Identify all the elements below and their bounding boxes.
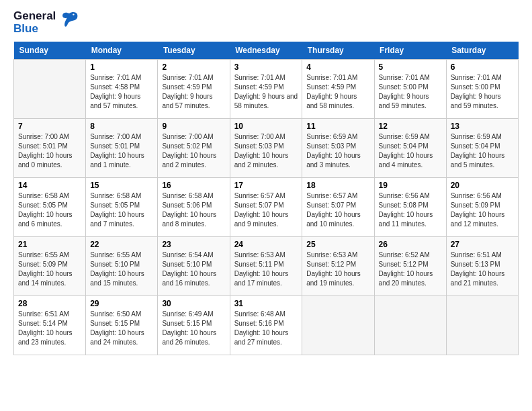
- sunset-text: Sunset: 4:59 PM: [234, 83, 284, 91]
- day-info: Sunrise: 6:59 AM Sunset: 5:04 PM Dayligh…: [379, 132, 442, 170]
- daylight-text: Daylight: 10 hours and 7 minutes.: [90, 211, 144, 228]
- daylight-text: Daylight: 10 hours and 6 minutes.: [18, 211, 73, 228]
- daylight-text: Daylight: 10 hours and 11 minutes.: [379, 211, 433, 228]
- daylight-text: Daylight: 10 hours and 23 minutes.: [18, 329, 73, 346]
- day-number: 4: [306, 62, 369, 72]
- day-number: 14: [18, 181, 81, 190]
- daylight-text: Daylight: 10 hours and 15 minutes.: [90, 270, 144, 287]
- sunrise-text: Sunrise: 6:55 AM: [18, 251, 69, 259]
- calendar-cell: 12 Sunrise: 6:59 AM Sunset: 5:04 PM Dayl…: [374, 119, 446, 178]
- day-number: 8: [90, 122, 153, 131]
- sunset-text: Sunset: 5:01 PM: [90, 142, 140, 150]
- sunset-text: Sunset: 5:12 PM: [306, 261, 356, 268]
- sunset-text: Sunset: 5:00 PM: [451, 83, 500, 91]
- calendar-cell: 14 Sunrise: 6:58 AM Sunset: 5:05 PM Dayl…: [14, 178, 86, 237]
- day-number: 24: [234, 240, 298, 249]
- daylight-text: Daylight: 9 hours and 57 minutes.: [162, 93, 212, 109]
- daylight-text: Daylight: 10 hours and 0 minutes.: [18, 152, 73, 169]
- sunset-text: Sunset: 5:05 PM: [18, 201, 68, 209]
- day-info: Sunrise: 7:01 AM Sunset: 4:59 PM Dayligh…: [162, 73, 225, 111]
- sunrise-text: Sunrise: 6:56 AM: [379, 192, 430, 199]
- calendar-cell: 2 Sunrise: 7:01 AM Sunset: 4:59 PM Dayli…: [158, 60, 230, 119]
- daylight-text: Daylight: 9 hours and 58 minutes.: [234, 93, 298, 109]
- calendar-header-thursday: Thursday: [302, 42, 374, 60]
- sunrise-text: Sunrise: 7:01 AM: [306, 74, 357, 81]
- calendar-cell: 15 Sunrise: 6:58 AM Sunset: 5:05 PM Dayl…: [86, 178, 158, 237]
- day-number: 12: [379, 122, 442, 131]
- day-info: Sunrise: 6:56 AM Sunset: 5:08 PM Dayligh…: [379, 191, 442, 229]
- calendar-cell: 9 Sunrise: 7:00 AM Sunset: 5:02 PM Dayli…: [158, 119, 230, 178]
- day-info: Sunrise: 6:52 AM Sunset: 5:12 PM Dayligh…: [379, 250, 442, 288]
- sunset-text: Sunset: 5:05 PM: [90, 201, 140, 209]
- calendar-cell: 4 Sunrise: 7:01 AM Sunset: 4:59 PM Dayli…: [302, 60, 374, 119]
- calendar-cell: 8 Sunrise: 7:00 AM Sunset: 5:01 PM Dayli…: [86, 119, 158, 178]
- daylight-text: Daylight: 9 hours and 59 minutes.: [451, 93, 501, 109]
- sunset-text: Sunset: 5:09 PM: [451, 201, 500, 209]
- calendar-header-saturday: Saturday: [446, 42, 518, 60]
- calendar-body: 1 Sunrise: 7:01 AM Sunset: 4:58 PM Dayli…: [14, 60, 519, 355]
- calendar-cell: 24 Sunrise: 6:53 AM Sunset: 5:11 PM Dayl…: [230, 237, 302, 296]
- daylight-text: Daylight: 10 hours and 10 minutes.: [306, 211, 361, 228]
- sunrise-text: Sunrise: 6:52 AM: [379, 251, 430, 259]
- sunrise-text: Sunrise: 6:58 AM: [90, 192, 141, 199]
- daylight-text: Daylight: 10 hours and 12 minutes.: [451, 211, 505, 228]
- day-number: 18: [306, 181, 369, 190]
- day-number: 9: [162, 122, 225, 131]
- daylight-text: Daylight: 10 hours and 20 minutes.: [379, 270, 433, 287]
- logo-blue: Blue: [13, 23, 56, 36]
- day-number: 15: [90, 181, 153, 190]
- day-number: 16: [162, 181, 225, 190]
- day-info: Sunrise: 6:58 AM Sunset: 5:05 PM Dayligh…: [90, 191, 153, 229]
- sunset-text: Sunset: 5:14 PM: [18, 320, 68, 327]
- calendar-cell: 26 Sunrise: 6:52 AM Sunset: 5:12 PM Dayl…: [374, 237, 446, 296]
- sunset-text: Sunset: 5:07 PM: [306, 201, 356, 209]
- sunrise-text: Sunrise: 7:00 AM: [18, 133, 69, 140]
- daylight-text: Daylight: 9 hours and 58 minutes.: [306, 93, 357, 109]
- day-number: 31: [234, 299, 298, 308]
- day-info: Sunrise: 6:59 AM Sunset: 5:03 PM Dayligh…: [306, 132, 369, 170]
- calendar-cell: 6 Sunrise: 7:01 AM Sunset: 5:00 PM Dayli…: [446, 60, 518, 119]
- day-number: 17: [234, 181, 298, 190]
- calendar-cell: 28 Sunrise: 6:51 AM Sunset: 5:14 PM Dayl…: [14, 296, 86, 355]
- calendar-header-friday: Friday: [374, 42, 446, 60]
- calendar-cell: 5 Sunrise: 7:01 AM Sunset: 5:00 PM Dayli…: [374, 60, 446, 119]
- daylight-text: Daylight: 10 hours and 16 minutes.: [162, 270, 216, 287]
- logo: General Blue: [13, 10, 80, 35]
- calendar-header-wednesday: Wednesday: [230, 42, 302, 60]
- day-info: Sunrise: 6:54 AM Sunset: 5:10 PM Dayligh…: [162, 250, 225, 288]
- calendar-cell: 25 Sunrise: 6:53 AM Sunset: 5:12 PM Dayl…: [302, 237, 374, 296]
- sunrise-text: Sunrise: 6:54 AM: [162, 251, 213, 259]
- sunset-text: Sunset: 5:15 PM: [162, 320, 212, 327]
- sunset-text: Sunset: 4:58 PM: [90, 83, 140, 91]
- day-number: 23: [162, 240, 225, 249]
- day-info: Sunrise: 7:01 AM Sunset: 5:00 PM Dayligh…: [379, 73, 442, 111]
- day-info: Sunrise: 6:56 AM Sunset: 5:09 PM Dayligh…: [451, 191, 514, 229]
- sunrise-text: Sunrise: 7:01 AM: [90, 74, 141, 81]
- day-number: 29: [90, 299, 153, 308]
- day-info: Sunrise: 6:55 AM Sunset: 5:10 PM Dayligh…: [90, 250, 153, 288]
- daylight-text: Daylight: 10 hours and 24 minutes.: [90, 329, 144, 346]
- daylight-text: Daylight: 9 hours and 57 minutes.: [90, 93, 140, 109]
- daylight-text: Daylight: 10 hours and 5 minutes.: [451, 152, 505, 169]
- calendar-cell: [302, 296, 374, 355]
- sunset-text: Sunset: 5:07 PM: [234, 201, 284, 209]
- day-number: 27: [451, 240, 514, 249]
- sunset-text: Sunset: 5:04 PM: [379, 142, 429, 150]
- daylight-text: Daylight: 10 hours and 27 minutes.: [234, 329, 289, 346]
- sunset-text: Sunset: 5:02 PM: [162, 142, 212, 150]
- calendar-cell: 7 Sunrise: 7:00 AM Sunset: 5:01 PM Dayli…: [14, 119, 86, 178]
- day-number: 3: [234, 62, 298, 72]
- daylight-text: Daylight: 10 hours and 4 minutes.: [379, 152, 433, 169]
- sunrise-text: Sunrise: 6:49 AM: [162, 310, 213, 318]
- sunrise-text: Sunrise: 6:57 AM: [306, 192, 357, 199]
- day-number: 19: [379, 181, 442, 190]
- day-info: Sunrise: 7:01 AM Sunset: 4:59 PM Dayligh…: [306, 73, 369, 111]
- sunrise-text: Sunrise: 6:58 AM: [162, 192, 213, 199]
- day-info: Sunrise: 7:00 AM Sunset: 5:01 PM Dayligh…: [18, 132, 81, 170]
- day-info: Sunrise: 6:58 AM Sunset: 5:06 PM Dayligh…: [162, 191, 225, 229]
- sunset-text: Sunset: 5:16 PM: [234, 320, 284, 327]
- calendar-week-row: 21 Sunrise: 6:55 AM Sunset: 5:09 PM Dayl…: [14, 237, 519, 296]
- calendar-cell: 13 Sunrise: 6:59 AM Sunset: 5:04 PM Dayl…: [446, 119, 518, 178]
- sunrise-text: Sunrise: 6:51 AM: [451, 251, 502, 259]
- day-info: Sunrise: 7:01 AM Sunset: 5:00 PM Dayligh…: [451, 73, 514, 111]
